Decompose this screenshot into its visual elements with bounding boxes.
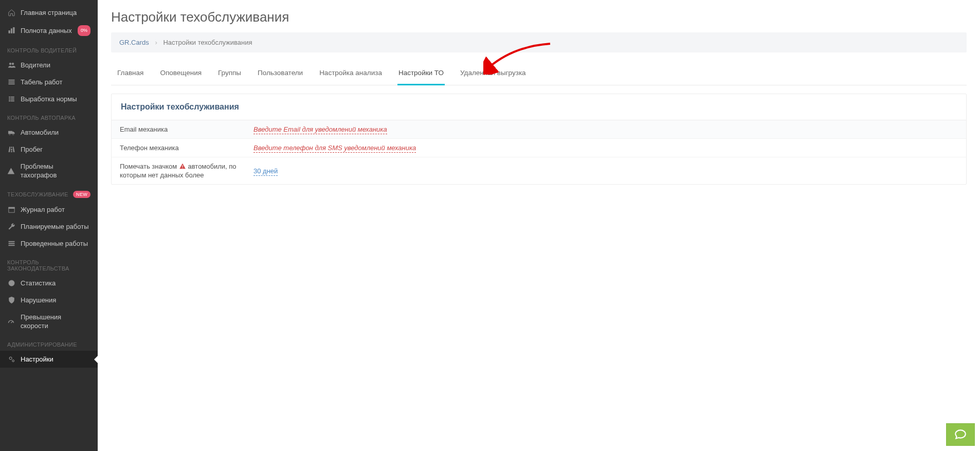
svg-rect-26 [182, 165, 183, 167]
sidebar-item-home[interactable]: Главная страница [0, 4, 98, 21]
section-label: ТЕХОБСЛУЖИВАНИЕ [7, 191, 68, 197]
svg-rect-10 [9, 99, 10, 99]
sidebar-item-label: Превышения скорости [21, 313, 90, 330]
wrench-icon [7, 223, 15, 231]
tab-to-settings[interactable]: Настройки ТО [397, 65, 445, 85]
row-mark: Помечать значком автомобили, по которым … [112, 157, 966, 185]
users-icon [7, 61, 15, 69]
svg-rect-0 [8, 31, 10, 33]
svg-rect-7 [8, 84, 14, 84]
sidebar-item-label: Пробег [21, 145, 43, 154]
sidebar-item-label: Табель работ [21, 78, 62, 86]
sidebar-item-label: Нарушения [21, 296, 56, 304]
svg-point-4 [12, 63, 14, 65]
sidebar-item-label: Полнота данных [21, 26, 72, 35]
list-icon [7, 78, 15, 86]
row-phone: Телефон механика Введите телефон для SMS… [112, 139, 966, 157]
panel-title: Настройки техобслуживания [112, 94, 966, 120]
gears-icon [7, 355, 15, 364]
sidebar-section-drivers: КОНТРОЛЬ ВОДИТЕЛЕЙ [0, 40, 98, 57]
breadcrumb-separator: › [155, 39, 157, 46]
chat-fab[interactable] [946, 423, 975, 446]
svg-rect-12 [9, 101, 10, 101]
row-email: Email механика Введите Email для уведомл… [112, 120, 966, 139]
sidebar-section-fleet: КОНТРОЛЬ АВТОПАРКА [0, 107, 98, 124]
page-title: Настройки техобслуживания [111, 9, 967, 25]
svg-rect-6 [8, 82, 14, 82]
svg-rect-19 [8, 241, 14, 242]
svg-point-15 [9, 134, 10, 135]
svg-point-25 [12, 360, 14, 362]
sidebar-item-vehicles[interactable]: Автомобили [0, 124, 98, 141]
svg-rect-8 [9, 97, 10, 97]
svg-point-16 [12, 134, 14, 135]
svg-point-22 [8, 280, 14, 286]
sidebar-item-planned[interactable]: Планируемые работы [0, 218, 98, 235]
sidebar-section-maint: ТЕХОБСЛУЖИВАНИЕ NEW [0, 184, 98, 201]
settings-panel: Настройки техобслуживания Email механика… [111, 94, 967, 185]
breadcrumb: GR.Cards › Настройки техобслуживания [111, 32, 967, 52]
svg-rect-18 [8, 207, 14, 209]
tab-notifications[interactable]: Оповещения [159, 65, 203, 85]
sidebar-section-law: КОНТРОЛЬ ЗАКОНОДАТЕЛЬСТВА [0, 252, 98, 275]
tab-users[interactable]: Пользователи [257, 65, 304, 85]
svg-rect-1 [11, 29, 12, 33]
mark-value-link[interactable]: 30 дней [253, 167, 278, 176]
svg-rect-20 [8, 243, 14, 244]
sidebar-item-tacho[interactable]: Проблемы тахографов [0, 158, 98, 184]
sidebar-item-label: Главная страница [21, 8, 77, 17]
svg-line-23 [11, 321, 13, 322]
svg-rect-2 [13, 27, 14, 33]
sidebar-item-norm[interactable]: Выработка нормы [0, 91, 98, 107]
alert-triangle-icon [179, 163, 186, 171]
sidebar-item-label: Проведенные работы [21, 239, 88, 248]
breadcrumb-root[interactable]: GR.Cards [119, 39, 149, 46]
sidebar-item-label: Водители [21, 61, 50, 69]
sidebar-item-label: Автомобили [21, 128, 59, 137]
svg-rect-14 [8, 131, 12, 134]
svg-rect-9 [11, 97, 14, 97]
sidebar: Главная страница Полнота данных 0% КОНТР… [0, 0, 98, 451]
gauge-icon [7, 317, 15, 326]
sidebar-item-work-log[interactable]: Журнал работ [0, 201, 98, 218]
svg-rect-11 [11, 99, 14, 99]
breadcrumb-current: Настройки техобслуживания [163, 39, 252, 46]
sidebar-item-label: Настройки [21, 355, 53, 364]
sidebar-item-speeding[interactable]: Превышения скорости [0, 309, 98, 334]
sidebar-item-timesheet[interactable]: Табель работ [0, 74, 98, 91]
badge-new: NEW [73, 191, 90, 198]
sidebar-item-label: Журнал работ [21, 205, 65, 214]
email-value-link[interactable]: Введите Email для уведомлений механика [253, 125, 387, 134]
sidebar-item-label: Проблемы тахографов [21, 162, 90, 179]
phone-label: Телефон механика [112, 139, 245, 157]
sidebar-item-mileage[interactable]: Пробег [0, 141, 98, 158]
sidebar-item-done[interactable]: Проведенные работы [0, 235, 98, 252]
sidebar-section-admin: АДМИНИСТРИРОВАНИЕ [0, 334, 98, 351]
settings-table: Email механика Введите Email для уведомл… [112, 120, 966, 184]
road-icon [7, 146, 15, 154]
sidebar-item-settings[interactable]: Настройки [0, 351, 98, 368]
checklist-icon [7, 240, 15, 248]
shield-icon [7, 296, 15, 304]
tab-analysis[interactable]: Настройка анализа [318, 65, 383, 85]
svg-rect-27 [182, 168, 183, 168]
sidebar-item-stats[interactable]: Статистика [0, 275, 98, 292]
tab-remote[interactable]: Удаленная выгрузка [459, 65, 527, 85]
mark-label: Помечать значком автомобили, по которым … [112, 157, 245, 185]
sidebar-item-drivers[interactable]: Водители [0, 57, 98, 74]
sidebar-item-data-completeness[interactable]: Полнота данных 0% [0, 21, 98, 40]
sidebar-item-violations[interactable]: Нарушения [0, 292, 98, 309]
truck-icon [7, 129, 15, 137]
main-content: Настройки техобслуживания GR.Cards › Нас… [98, 0, 980, 451]
sidebar-item-label: Выработка нормы [21, 95, 77, 103]
phone-value-link[interactable]: Введите телефон для SMS уведомлений меха… [253, 144, 416, 153]
tab-main[interactable]: Главная [116, 65, 144, 85]
warning-icon [7, 167, 15, 175]
home-icon [7, 9, 15, 17]
email-label: Email механика [112, 120, 245, 139]
sidebar-item-label: Планируемые работы [21, 222, 89, 231]
sidebar-item-label: Статистика [21, 279, 56, 287]
tabs: Главная Оповещения Группы Пользователи Н… [111, 57, 967, 85]
svg-rect-5 [8, 80, 14, 80]
tab-groups[interactable]: Группы [217, 65, 242, 85]
